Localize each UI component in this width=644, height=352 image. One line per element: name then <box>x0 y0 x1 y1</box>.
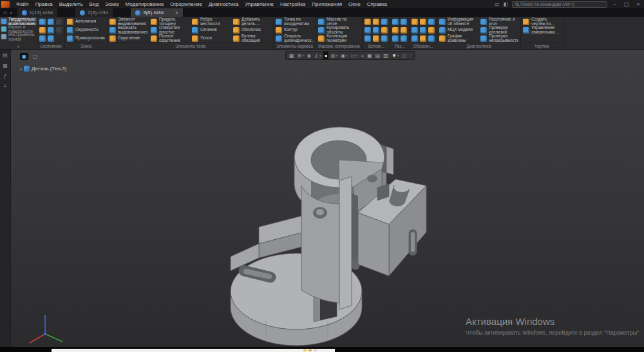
leader-icon[interactable] <box>412 34 418 43</box>
autoline-button[interactable]: Автолиния <box>67 17 105 26</box>
cylindrical-spiral-button[interactable]: Спираль цилиндрическ... <box>276 34 314 43</box>
boolean-button[interactable]: Булева операция <box>233 34 271 43</box>
linked-drawings-button[interactable]: Управление связанными ч... <box>523 26 561 34</box>
command-search-input[interactable]: Поиск по командам (Alt+/) <box>512 1 607 8</box>
auto-dimension-icon[interactable] <box>392 17 399 26</box>
axis-line-icon[interactable] <box>428 34 435 43</box>
ribbon-group-label[interactable]: Чертеж <box>523 43 561 49</box>
center-mark-icon[interactable] <box>428 26 435 34</box>
menu-select[interactable]: Выделить <box>56 1 86 7</box>
geometry-collection-button[interactable]: Коллекция геометрии <box>318 34 360 43</box>
expander-icon[interactable]: ▸ <box>20 66 22 71</box>
window-layout-icon[interactable]: ▭ <box>495 1 500 7</box>
panel-solid-modeling[interactable]: Твердотельное моделирование <box>0 17 37 25</box>
part-model[interactable] <box>231 127 426 346</box>
extrude-button[interactable]: Элемент выдавливания <box>109 17 147 26</box>
curvature-graph-button[interactable]: График кривизны <box>439 34 477 43</box>
tree-panel-icon[interactable]: ▤ <box>3 52 8 58</box>
menu-diagnostics[interactable]: Диагностика <box>205 1 242 7</box>
scene-icon[interactable]: ▤ <box>374 52 382 59</box>
rectangle-button[interactable]: Прямоугольник <box>67 34 105 43</box>
quick-sketch-icon[interactable]: ∕ <box>409 52 412 59</box>
full-fillet-button[interactable]: Полное скругление <box>151 34 189 43</box>
home-tab-icon[interactable]: ⌂ <box>0 8 10 17</box>
ribbon-group-label[interactable]: Эскиз <box>67 43 105 49</box>
aux-geometry-icon[interactable] <box>373 34 379 43</box>
fillet-button[interactable]: Скругление <box>109 34 147 43</box>
connection-point-icon[interactable] <box>373 26 379 34</box>
clipboard-icon[interactable]: ▥ <box>382 52 390 59</box>
close-tab-icon[interactable]: × <box>175 10 178 15</box>
datum-icon[interactable] <box>412 26 418 34</box>
restore-button[interactable]: ▢ <box>623 1 630 7</box>
menu-edit[interactable]: Правка <box>32 1 56 7</box>
variables-panel-icon[interactable]: ƒ <box>4 73 6 79</box>
save-icon[interactable] <box>39 34 46 43</box>
aux-tool-9-icon[interactable] <box>381 34 388 43</box>
menu-annotation[interactable]: Оформление <box>167 1 205 7</box>
orientation-icon[interactable]: ● <box>323 52 329 59</box>
note-icon[interactable] <box>420 34 426 43</box>
add-blank-part-button[interactable]: Добавить деталь-загото... <box>233 17 271 26</box>
ribbon-group-label[interactable]: Массив, копирование <box>318 43 360 49</box>
section-view-icon[interactable]: × <box>360 52 366 59</box>
tree-item-detail[interactable]: ▸ Деталь (Тел-3) <box>20 66 66 72</box>
hide-objects-icon[interactable]: ◉ <box>339 52 349 59</box>
menu-view[interactable]: Вид <box>86 1 102 7</box>
point-by-coords-button[interactable]: Точка по координатам <box>276 17 314 26</box>
ribbon-group-label[interactable]: Обознач... <box>412 43 435 49</box>
menu-management[interactable]: Управление <box>242 1 276 7</box>
zoom-icon[interactable]: ⊕ <box>296 52 305 59</box>
tab-2-3-m3d[interactable]: 2(3).m3d <box>75 8 113 17</box>
tab-3-6-m3d[interactable]: 3(6).m3d × <box>131 8 183 17</box>
document-properties-icon[interactable] <box>48 26 54 34</box>
collision-check-button[interactable]: Проверка коллизий <box>480 26 518 34</box>
panel-selector-chevron-icon[interactable]: ∨ <box>0 41 37 49</box>
menu-settings[interactable]: Настройка <box>277 1 308 7</box>
parameters-panel-icon[interactable]: ▦ <box>3 63 8 68</box>
new-document-icon[interactable] <box>39 17 46 26</box>
minimize-button[interactable]: – <box>611 1 619 7</box>
ribbon-group-label[interactable]: Системная <box>39 43 62 49</box>
screen-split-icon[interactable]: ◧ <box>503 1 508 7</box>
object-info-button[interactable]: Информация об объекте <box>439 17 477 26</box>
clipping-icon[interactable]: ▭ <box>349 52 359 59</box>
move-icon[interactable]: ◈ <box>306 52 312 59</box>
isolate-icon[interactable]: ▣ <box>366 52 374 59</box>
section-button[interactable]: Сечение <box>192 26 230 34</box>
tree-composition-icon[interactable]: ▢ <box>31 53 39 60</box>
main-menu-icon[interactable]: ≡ <box>4 83 7 89</box>
linear-dimension-icon[interactable] <box>392 26 399 34</box>
simple-hole-button[interactable]: Отверстие простое <box>151 26 189 34</box>
aux-tool-7-icon[interactable] <box>381 17 388 26</box>
menu-window[interactable]: Окно <box>345 1 364 7</box>
tree-structure-icon[interactable]: ▣ <box>20 53 28 60</box>
record-icon[interactable]: ▧ <box>401 52 408 59</box>
layers-icon[interactable]: ▦ <box>288 52 296 59</box>
model-3d-canvas[interactable] <box>11 50 644 347</box>
distance-angle-button[interactable]: Расстояние и угол <box>480 17 518 26</box>
tab-1-13-m3d[interactable]: 1(13).m3d <box>17 8 57 17</box>
close-button[interactable]: × <box>634 1 642 7</box>
diameter-dimension-icon[interactable] <box>401 26 407 34</box>
mass-properties-button[interactable]: МЦХ модели <box>439 26 477 34</box>
ribbon-group-label[interactable]: Вспом... <box>365 43 388 49</box>
open-document-icon[interactable] <box>39 26 46 34</box>
thread-icon[interactable] <box>428 17 435 26</box>
menu-sketch[interactable]: Эскиз <box>102 1 122 7</box>
undo-icon[interactable] <box>56 17 62 26</box>
menu-help[interactable]: Справка <box>364 1 390 7</box>
roughness-icon[interactable] <box>412 17 418 26</box>
local-cs-icon[interactable] <box>365 34 371 43</box>
ribbon-group-label[interactable]: Элементы каркаса <box>276 43 314 49</box>
auxiliary-plane-icon[interactable] <box>365 17 371 26</box>
rib-button[interactable]: Ребро жесткости <box>192 17 230 26</box>
thicken-button[interactable]: Придать толщину <box>151 17 189 26</box>
contour-button[interactable]: Контур <box>276 26 314 34</box>
control-point-icon[interactable] <box>373 17 379 26</box>
panel-wireframe-surfaces[interactable]: Каркас и поверхности <box>0 25 37 33</box>
dimension-icon[interactable] <box>401 34 407 43</box>
circle-button[interactable]: Окружность <box>67 26 105 34</box>
draft-button[interactable]: Уклон <box>192 34 230 43</box>
ribbon-group-label[interactable]: Диагностика <box>439 43 518 49</box>
